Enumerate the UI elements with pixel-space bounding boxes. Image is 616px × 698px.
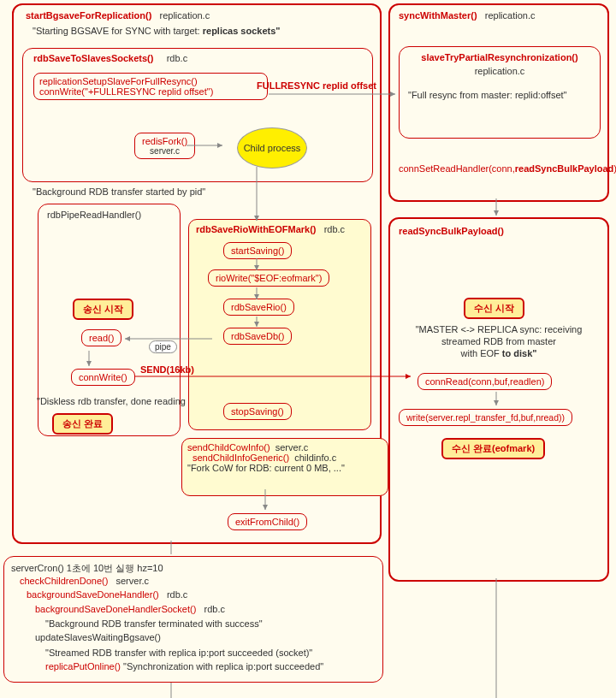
- l2: connWrite("+FULLRESYNC replid offset"): [39, 86, 262, 97]
- l3: backgroundSaveDoneHandler() rdb.c: [27, 589, 187, 600]
- write: write(server.repl_transfer_fd,buf,nread)…: [399, 409, 572, 426]
- l6: updateSlavesWaitingBgsave(): [35, 632, 161, 642]
- b: replicas sockets": [203, 26, 281, 36]
- title: rdbSaveRioWithEOFMark() rdb.c: [196, 224, 345, 234]
- fn: redisFork(): [142, 136, 187, 146]
- setup-call: replicationSetupSlaveForFullResync() con…: [33, 73, 268, 100]
- fn: readSyncBulkPayload(): [399, 226, 504, 236]
- title: rdbSaveToSlavesSockets() rdb.c: [33, 53, 187, 63]
- rio-box: rdbSaveRioWithEOFMark() rdb.c startSavin…: [188, 219, 371, 430]
- slave-try-box: slaveTryPartialResynchronization() repli…: [399, 46, 601, 139]
- connset: connSetReadHandler(conn,readSyncBulkPayl…: [399, 163, 600, 174]
- child-process-oval: Child process: [237, 127, 307, 169]
- sync-master-box: syncWithMaster() replication.c slaveTryP…: [388, 3, 609, 202]
- rdbSaveDb: rdbSaveDb(): [223, 328, 292, 345]
- log1: "Starting BGSAVE for SYNC with target: r…: [33, 26, 281, 36]
- t: "Starting BGSAVE for SYNC with target:: [33, 26, 203, 36]
- log2: "Background RDB transfer started by pid": [33, 186, 205, 197]
- l1: replicationSetupSlaveForFullResync(): [39, 76, 262, 86]
- send-done-badge: 송신 완료: [52, 413, 113, 435]
- fullresync-edge-label: FULLRESYNC replid offset: [257, 80, 376, 91]
- cow-box: sendChildCowInfo() server.c sendChildInf…: [181, 438, 388, 496]
- file: replication.c: [400, 66, 600, 76]
- server-cron-box: serverCron() 1초에 10번 실행 hz=10 checkChild…: [3, 556, 383, 683]
- fn: syncWithMaster(): [399, 10, 477, 21]
- file: rdb.c: [324, 224, 345, 234]
- pipe-label: pipe: [149, 340, 177, 353]
- title: startBgsaveForReplication() replication.…: [26, 10, 210, 21]
- connRead: connRead(conn,buf,readlen): [418, 373, 552, 390]
- startSaving: startSaving(): [223, 242, 292, 259]
- connwrite-call: connWrite(): [71, 369, 135, 386]
- pipe-handler-box: rdbPipeReadHandler() 송신 시작 read() connWr…: [38, 204, 181, 436]
- recv-start-badge: 수신 시작: [464, 298, 524, 319]
- rdb-save-slaves-box: rdbSaveToSlavesSockets() rdb.c replicati…: [22, 48, 373, 182]
- rioWrite: rioWrite("$EOF:eofmark"): [208, 269, 329, 287]
- recv-done-badge: 수신 완료(eofmark): [441, 438, 545, 459]
- fn: startBgsaveForReplication(): [26, 10, 151, 21]
- l1: serverCron() 1초에 10번 실행 hz=10: [11, 562, 163, 575]
- send-label: SEND(16kb): [140, 364, 194, 375]
- fn: rdbSaveToSlavesSockets(): [33, 53, 153, 63]
- fn: rdbSaveRioWithEOFMark(): [196, 224, 316, 234]
- read-call: read(): [81, 329, 121, 346]
- fn: slaveTryPartialResynchronization(): [400, 52, 600, 62]
- l4: backgroundSaveDoneHandlerSocket() rdb.c: [35, 604, 225, 614]
- file: replication.c: [159, 10, 210, 21]
- file: replication.c: [485, 10, 536, 21]
- log: "MASTER <-> REPLICA sync: receiving stre…: [390, 323, 607, 359]
- l3: "Fork CoW for RDB: current 0 MB, ...": [187, 463, 382, 473]
- read-sync-box: readSyncBulkPayload() 수신 시작 "MASTER <-> …: [388, 217, 609, 582]
- exit-child: exitFromChild(): [228, 513, 307, 530]
- send-start-badge: 송신 시작: [73, 299, 133, 320]
- t: Child process: [244, 143, 301, 153]
- l8: replicaPutOnline() "Synchronization with…: [45, 661, 323, 671]
- redis-fork: redisFork() server.c: [134, 133, 195, 159]
- rdbSaveRio: rdbSaveRio(): [223, 299, 294, 316]
- file: rdb.c: [167, 53, 187, 63]
- file: server.c: [142, 146, 187, 156]
- fn: rdbPipeReadHandler(): [47, 210, 141, 220]
- stopSaving: stopSaving(): [223, 403, 292, 420]
- l2: checkChildrenDone() server.c: [20, 576, 149, 586]
- l5: "Background RDB transfer terminated with…: [45, 618, 263, 629]
- l1: sendChildCowInfo() server.c: [187, 442, 382, 453]
- title: syncWithMaster() replication.c: [399, 10, 535, 21]
- l2: sendChildInfoGeneric() childinfo.c: [187, 453, 382, 463]
- l7: "Streamed RDB transfer with replica ip:p…: [45, 648, 312, 658]
- log: "Full resync from master: replid:offset": [408, 90, 567, 100]
